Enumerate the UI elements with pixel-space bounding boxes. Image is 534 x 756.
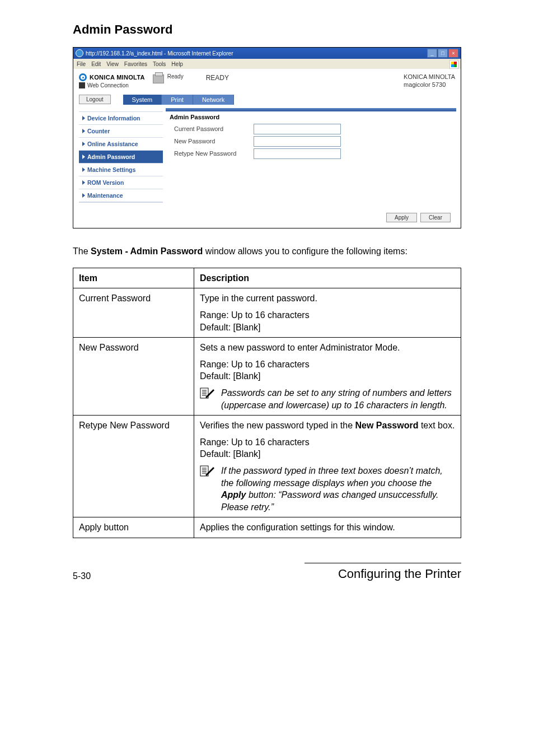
clear-button[interactable]: Clear <box>420 213 451 222</box>
tab-print[interactable]: Print <box>162 95 193 105</box>
cell-new-item: New Password <box>73 338 194 416</box>
caret-icon <box>82 193 85 198</box>
ie-flag-icon <box>449 60 458 69</box>
ie-titlebar: http://192.168.1.2/a_index.html - Micros… <box>73 48 461 59</box>
sidebar-item-maintenance[interactable]: Maintenance <box>79 189 163 202</box>
sidebar-item-device-information[interactable]: Device Information <box>79 112 163 125</box>
menu-edit[interactable]: Edit <box>91 61 101 67</box>
pagescope-icon <box>79 82 85 88</box>
cell-apply-item: Apply button <box>73 517 194 538</box>
tab-system[interactable]: System <box>123 95 162 105</box>
intro-text: The System - Admin Password window allow… <box>73 245 461 258</box>
device-model: magicolor 5730 <box>404 81 455 89</box>
form-title: Admin Password <box>170 114 455 120</box>
brand-text: KONICA MINOLTA <box>90 74 145 81</box>
table-row-new: New Password Sets a new password to ente… <box>73 338 461 416</box>
tab-network[interactable]: Network <box>193 95 234 105</box>
sidebar-item-machine-settings[interactable]: Machine Settings <box>79 164 163 176</box>
sidebar-item-rom-version[interactable]: ROM Version <box>79 176 163 189</box>
current-password-input[interactable] <box>254 124 341 134</box>
ie-globe-icon <box>76 49 83 57</box>
status-big: READY <box>206 74 229 82</box>
caret-icon <box>82 180 85 185</box>
new-password-input[interactable] <box>254 136 341 147</box>
caret-icon <box>82 167 85 172</box>
section-heading: Admin Password <box>73 22 461 37</box>
km-logo-icon <box>79 73 87 81</box>
label-current-password: Current Password <box>174 125 247 132</box>
screenshot: http://192.168.1.2/a_index.html - Micros… <box>73 47 461 228</box>
page-footer: 5-30 Configuring the Printer <box>73 563 461 581</box>
note-icon <box>200 387 216 399</box>
menu-help[interactable]: Help <box>171 61 183 67</box>
cell-apply-desc: Applies the configuration settings for t… <box>194 517 461 538</box>
apply-button[interactable]: Apply <box>386 213 417 222</box>
menu-file[interactable]: File <box>77 61 86 67</box>
window-minimize-button[interactable]: _ <box>427 49 437 58</box>
status-small: Ready <box>167 73 184 80</box>
window-maximize-button[interactable]: □ <box>438 49 448 58</box>
label-new-password: New Password <box>174 138 247 144</box>
pagescope-text: Web Connection <box>87 82 129 88</box>
cell-current-item: Current Password <box>73 288 194 338</box>
table-row-retype: Retype New Password Verifies the new pas… <box>73 416 461 517</box>
sidebar-item-online-assistance[interactable]: Online Assistance <box>79 138 163 151</box>
caret-icon <box>82 155 85 159</box>
cell-retype-item: Retype New Password <box>73 416 194 517</box>
caret-icon <box>82 129 85 133</box>
menu-tools[interactable]: Tools <box>153 61 166 67</box>
menu-favorites[interactable]: Favorites <box>124 61 147 67</box>
ie-title: http://192.168.1.2/a_index.html - Micros… <box>86 50 233 57</box>
printer-icon <box>153 74 164 83</box>
table-row-apply: Apply button Applies the configuration s… <box>73 517 461 538</box>
ie-menubar: File Edit View Favorites Tools Help <box>73 59 461 69</box>
cell-current-desc: Type in the current password. Range: Up … <box>194 288 461 338</box>
label-retype-password: Retype New Password <box>174 150 247 157</box>
th-description: Description <box>194 268 461 288</box>
retype-password-input[interactable] <box>254 148 341 159</box>
sidebar-item-admin-password[interactable]: Admin Password <box>79 151 163 164</box>
sidebar: Device Information Counter Online Assist… <box>79 111 163 203</box>
caret-icon <box>82 116 85 120</box>
cell-retype-desc: Verifies the new password typed in the N… <box>194 416 461 517</box>
caret-icon <box>82 142 85 146</box>
logout-button[interactable]: Logout <box>79 95 111 104</box>
table-row-current: Current Password Type in the current pas… <box>73 288 461 338</box>
window-close-button[interactable]: × <box>448 49 458 58</box>
note-icon <box>200 465 216 477</box>
sidebar-item-counter[interactable]: Counter <box>79 125 163 138</box>
page-number: 5-30 <box>73 571 91 581</box>
footer-title: Configuring the Printer <box>305 563 461 581</box>
cell-new-desc: Sets a new password to enter Administrat… <box>194 338 461 416</box>
th-item: Item <box>73 268 194 288</box>
description-table: Item Description Current Password Type i… <box>73 268 461 538</box>
menu-view[interactable]: View <box>106 61 119 67</box>
device-brand: KONICA MINOLTA <box>404 73 455 81</box>
